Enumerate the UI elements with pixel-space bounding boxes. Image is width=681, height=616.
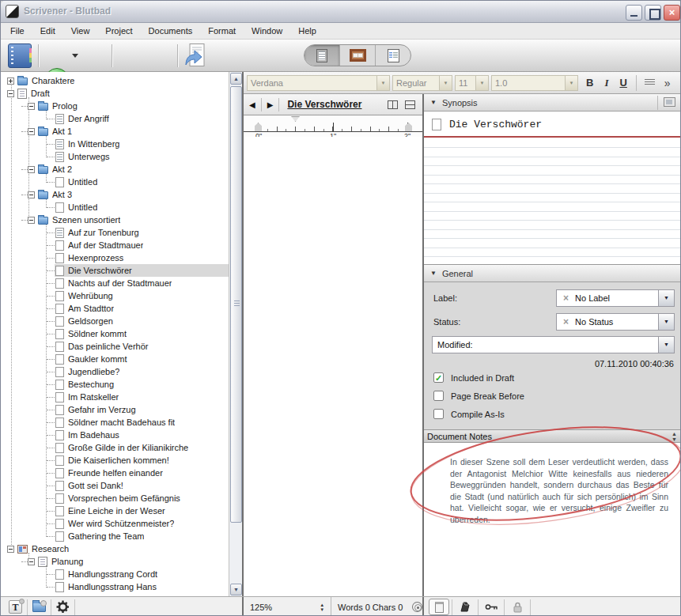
binder-item[interactable]: Hexenprozess [1,251,229,264]
editor-panel[interactable]: ◀ ▶ Die Verschwörer 0"1"2" [244,94,422,596]
menu-file[interactable]: File [2,23,32,40]
chevron-down-icon[interactable]: ▼ [376,76,389,90]
binder-scrollbar[interactable]: ▲ ▼ [229,72,242,596]
chevron-down-icon[interactable]: ▼ [565,76,577,90]
binder-item[interactable]: Söldner kommt [1,327,229,340]
alignment-icon[interactable] [645,79,655,86]
binder-item[interactable]: Unterwegs [1,150,229,163]
binder-item[interactable]: Im Badehaus [1,429,229,441]
synopsis-image-toggle-icon[interactable] [664,97,675,107]
close-button[interactable]: × [664,5,680,21]
binder-item[interactable]: Akt 1 [1,125,229,138]
collapse-icon[interactable] [28,217,35,224]
ruler[interactable]: 0"1"2" [244,115,422,137]
binder-item[interactable]: Nachts auf der Stadtmauer [1,277,229,289]
binder-actions-button[interactable] [53,599,73,615]
modified-combo[interactable]: Modified: ▼ [432,336,675,353]
add-folder-button[interactable] [29,599,49,615]
notes-section-header[interactable]: Document Notes ▲ ▼ [424,429,681,443]
checkbox-row[interactable]: ✓Included in Draft [433,371,675,384]
split-horizontal-icon[interactable] [405,100,415,109]
binder-item[interactable]: Vorsprechen beim Gefängnis [1,492,229,505]
binder-item[interactable]: Handlungsstrang Hans [1,580,229,593]
minimize-button[interactable] [626,5,642,21]
binder-item[interactable]: Charaktere [1,74,229,87]
collapse-icon[interactable] [7,546,14,553]
binder-item[interactable]: In Wittenberg [1,138,229,150]
collapse-icon[interactable] [28,191,35,198]
scroll-up-button[interactable]: ▲ [230,73,242,85]
editor-document-title[interactable]: Die Verschwörer [287,99,380,110]
binder-item[interactable]: Die Kaiserlichen kommen! [1,454,229,467]
lock-tab-button[interactable] [507,599,528,615]
binder-item[interactable]: Prolog [1,100,229,112]
collapse-icon[interactable] [7,90,14,97]
maximize-button[interactable] [645,5,661,21]
binder-item[interactable]: Research [1,542,229,555]
menu-project[interactable]: Project [97,23,140,40]
title-bar[interactable]: Scrivener - Blutbad × [1,1,681,23]
split-vertical-icon[interactable] [388,100,398,109]
chevron-down-icon[interactable]: ▼ [658,314,674,330]
chevron-down-icon[interactable]: ▼ [475,76,488,90]
label-combo[interactable]: × No Label ▼ [556,289,675,307]
font-select[interactable]: Verdana ▼ [247,75,390,91]
binder-item[interactable]: Das peinliche Verhör [1,340,229,353]
notes-tab-button[interactable] [429,599,449,615]
notes-body[interactable]: In dieser Szene soll dem Leser verdeutli… [424,443,681,596]
binder-item[interactable]: Handlungsstrang Cordt [1,568,229,580]
checkbox-checked[interactable]: ✓ [433,372,444,383]
underline-button[interactable]: U [619,77,626,89]
binder-item[interactable]: Der Angriff [1,112,229,125]
binder-toggle-button[interactable] [8,43,32,68]
binder-item[interactable]: Freunde helfen einander [1,467,229,479]
expand-icon[interactable] [7,77,14,85]
synopsis-card-title[interactable]: Die Verschwörer [449,119,542,130]
zoom-level[interactable]: 125% [250,603,272,612]
collapse-triangle-icon[interactable]: ▼ [430,270,437,277]
binder-item[interactable]: Söldner macht Badehaus fit [1,416,229,429]
binder-item[interactable]: Auf der Stadtmauer [1,239,229,251]
binder-item[interactable]: Bestechung [1,378,229,391]
menu-help[interactable]: Help [290,23,324,40]
document-notes-text[interactable]: In dieser Szene soll dem Leser verdeutli… [450,456,668,526]
view-mode-corkboard[interactable] [340,45,376,66]
binder-item[interactable]: Untitled [1,176,229,188]
status-combo[interactable]: × No Status ▼ [556,313,675,331]
binder-item[interactable]: Gathering the Team [1,530,229,542]
forward-icon[interactable]: ▶ [262,100,279,109]
italic-button[interactable]: I [604,77,608,89]
more-formatting-button[interactable]: » [664,77,671,89]
compile-button[interactable] [183,43,206,70]
chevron-down-icon[interactable]: ▼ [439,76,452,90]
progress-target-icon[interactable] [412,602,422,612]
binder-item[interactable]: Geldsorgen [1,315,229,327]
font-style-select[interactable]: Regular ▼ [392,75,452,91]
font-size-select[interactable]: 11 ▼ [455,75,489,91]
keywords-tab-button[interactable] [481,599,501,615]
checkbox-unchecked[interactable] [433,409,444,419]
checkbox-row[interactable]: Compile As-Is [433,407,675,421]
menu-view[interactable]: View [63,23,98,40]
add-text-button[interactable]: T [6,599,25,615]
binder-item[interactable]: Wehrübung [1,289,229,302]
bold-button[interactable]: B [586,77,593,89]
binder-item[interactable]: Gefahr im Verzug [1,403,229,416]
binder-item[interactable]: Draft [1,87,229,100]
binder-item[interactable]: Wer wird Schützenmeister? [1,517,229,530]
synopsis-section-header[interactable]: ▼ Synopsis [424,94,681,111]
binder-item[interactable]: Am Stadttor [1,302,229,315]
binder-item[interactable]: Akt 2 [1,163,229,176]
back-icon[interactable]: ◀ [244,100,261,109]
editor-text-area[interactable] [244,137,422,596]
view-mode-outliner[interactable] [376,45,410,66]
chevron-down-icon[interactable]: ▼ [658,337,674,353]
line-spacing-select[interactable]: 1.0 ▼ [491,75,578,91]
add-item-dropdown-caret[interactable] [72,54,78,58]
zoom-stepper[interactable]: ▲ ▼ [320,603,324,612]
general-section-header[interactable]: ▼ General [424,265,681,282]
first-line-indent-marker[interactable] [291,116,300,122]
binder-item[interactable]: Planung [1,555,229,568]
binder-item[interactable]: Gaukler kommt [1,353,229,365]
binder-item[interactable]: Eine Leiche in der Weser [1,505,229,517]
